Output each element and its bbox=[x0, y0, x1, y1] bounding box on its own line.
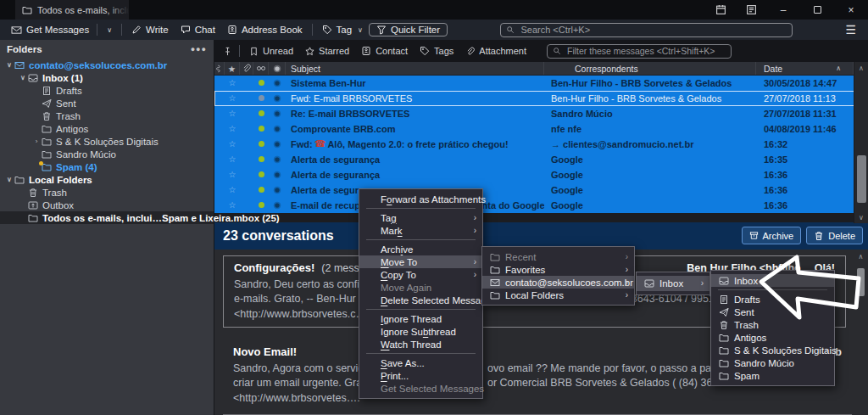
folder-item-drafts[interactable]: Drafts bbox=[0, 84, 214, 97]
scroll-up-icon[interactable]: ∧ bbox=[854, 64, 868, 72]
star-column-header[interactable]: ★ bbox=[225, 62, 240, 75]
thread-column-header[interactable] bbox=[214, 62, 225, 75]
menu-item-local-folders[interactable]: Local Folders› bbox=[482, 289, 634, 301]
mail-tab[interactable]: Todos os e-mails, incluindo Spa bbox=[15, 0, 129, 20]
filter-tags-button[interactable]: Tags bbox=[414, 44, 459, 58]
folder-item-trash[interactable]: Trash bbox=[0, 186, 214, 199]
read-ball-icon[interactable] bbox=[269, 167, 286, 182]
unread-dot[interactable] bbox=[253, 137, 269, 152]
menu-item-delete-selected-messages[interactable]: Delete Selected Messages bbox=[359, 294, 482, 306]
filter-contact-button[interactable]: Contact bbox=[355, 44, 414, 58]
chevron-down-icon[interactable]: ∨ bbox=[107, 26, 112, 34]
message-row[interactable]: ☆Sistema Ben-HurBen-Hur Filho - BRB Sorv… bbox=[214, 76, 868, 91]
read-ball-icon[interactable] bbox=[269, 152, 286, 167]
read-ball-icon[interactable] bbox=[269, 137, 286, 152]
menu-item-tag[interactable]: Tag› bbox=[359, 211, 482, 224]
unread-dot[interactable] bbox=[253, 182, 269, 198]
twisty-expanded-icon[interactable]: ∨ bbox=[5, 61, 14, 69]
scrollbar-thumb[interactable] bbox=[857, 155, 866, 203]
filter-messages-input[interactable] bbox=[565, 45, 726, 57]
menu-item-contato-seksolucoes-com-br[interactable]: contato@seksolucoes.com.br› bbox=[482, 276, 634, 289]
star-icon[interactable]: ☆ bbox=[225, 137, 240, 152]
global-search[interactable] bbox=[500, 23, 793, 37]
chevron-down-icon[interactable]: ∨ bbox=[358, 26, 363, 34]
menu-item-move-to[interactable]: Move To› bbox=[359, 255, 482, 268]
unread-dot[interactable] bbox=[253, 106, 269, 121]
unread-dot[interactable] bbox=[253, 152, 269, 167]
menu-item-archive[interactable]: Archive bbox=[359, 243, 482, 255]
read-ball-icon[interactable] bbox=[269, 121, 286, 137]
filter-messages-box[interactable] bbox=[547, 44, 732, 59]
read-ball-icon[interactable] bbox=[269, 182, 286, 198]
tag-button[interactable]: Tag ∨ bbox=[316, 23, 369, 36]
star-icon[interactable]: ☆ bbox=[225, 167, 240, 182]
filter-attachment-button[interactable]: Attachment bbox=[459, 44, 532, 58]
star-icon[interactable]: ☆ bbox=[225, 198, 240, 213]
write-button[interactable]: Write bbox=[125, 23, 175, 36]
unread-dot[interactable] bbox=[253, 167, 269, 182]
star-icon[interactable]: ☆ bbox=[225, 106, 240, 121]
menu-item-print-[interactable]: Print... bbox=[359, 369, 482, 382]
read-ball-icon[interactable] bbox=[269, 106, 286, 121]
menu-item-favorites[interactable]: Favorites› bbox=[482, 263, 634, 276]
calendar-icon[interactable] bbox=[705, 0, 736, 20]
unread-dot[interactable] bbox=[253, 76, 269, 91]
correspondents-column-header[interactable]: Correspondents bbox=[544, 62, 756, 75]
read-ball-icon[interactable] bbox=[269, 91, 286, 106]
menu-item-copy-to[interactable]: Copy To› bbox=[359, 268, 482, 281]
date-column-header[interactable]: Date∧ bbox=[756, 62, 854, 75]
close-button[interactable]: × bbox=[834, 0, 868, 20]
message-row[interactable]: ☆Fwd: E-mail BRBSORVETESBen-Hur Filho - … bbox=[214, 91, 868, 106]
attachment-column-header[interactable] bbox=[240, 62, 253, 75]
star-icon[interactable]: ☆ bbox=[225, 121, 240, 137]
star-icon[interactable]: ☆ bbox=[225, 182, 240, 198]
folder-item-trash[interactable]: Trash bbox=[0, 109, 214, 122]
junk-column-header[interactable] bbox=[253, 62, 269, 75]
folder-item-sent[interactable]: Sent bbox=[0, 97, 214, 109]
menu-item-spam[interactable]: Spam bbox=[711, 369, 834, 382]
message-row[interactable]: ☆Comprovante BRB.comnfe nfe04/08/2019 11… bbox=[214, 121, 868, 137]
subject-column-header[interactable]: Subject bbox=[286, 62, 544, 75]
menu-item-ignore-subthread[interactable]: Ignore Subthread bbox=[359, 325, 482, 338]
scroll-down-icon[interactable]: ∨ bbox=[854, 214, 868, 222]
minimize-button[interactable]: – bbox=[766, 0, 800, 20]
unread-dot[interactable] bbox=[253, 198, 269, 213]
folder-item-sandro-m-cio[interactable]: Sandro Múcio bbox=[0, 148, 214, 160]
read-ball-icon[interactable] bbox=[269, 76, 286, 91]
menu-item-sandro-m-cio[interactable]: Sandro Múcio bbox=[711, 356, 834, 369]
twisty-collapsed-icon[interactable]: › bbox=[32, 137, 41, 145]
menu-item-ignore-thread[interactable]: Ignore Thread bbox=[359, 312, 482, 325]
message-row[interactable]: ☆Fwd: ☎Alô, Magento 2.0: o frete prático… bbox=[214, 137, 868, 152]
folder-item-s-k-solu-es-digitais[interactable]: ›S & K Soluções Digitais bbox=[0, 135, 214, 148]
folder-pane-options-icon[interactable]: ●●● bbox=[191, 45, 207, 53]
list-scrollbar[interactable]: ∧ ∨ bbox=[854, 62, 868, 223]
star-icon[interactable]: ☆ bbox=[225, 76, 240, 91]
menu-item-inbox[interactable]: Inbox› bbox=[637, 276, 709, 291]
message-row[interactable]: ☆Alerta de segurançaGoogle16:35 bbox=[214, 152, 868, 167]
menu-item-mark[interactable]: Mark› bbox=[359, 224, 482, 237]
folder-item-antigos[interactable]: Antigos bbox=[0, 122, 214, 135]
twisty-expanded-icon[interactable]: ∨ bbox=[5, 176, 14, 183]
maximize-button[interactable] bbox=[800, 0, 834, 20]
read-column-header[interactable] bbox=[269, 62, 286, 75]
unread-dot[interactable] bbox=[253, 91, 269, 106]
message-row[interactable]: ☆Re: E-mail BRBSORVETESSandro Múcio27/07… bbox=[214, 106, 868, 121]
folder-item-contato-seksolucoes-com-br[interactable]: ∨contato@seksolucoes.com.br bbox=[0, 59, 214, 71]
message-row[interactable]: ☆E-mail de recuperação adicionado à sua … bbox=[214, 198, 868, 213]
message-row[interactable]: ☆Alerta de segurançaGoogle16:36 bbox=[214, 182, 868, 198]
search-input[interactable] bbox=[519, 24, 787, 36]
quick-filter-button[interactable]: Quick Filter bbox=[369, 23, 448, 36]
read-ball-icon[interactable] bbox=[269, 198, 286, 213]
star-icon[interactable]: ☆ bbox=[225, 152, 240, 167]
tasks-icon[interactable] bbox=[736, 0, 766, 20]
menu-item-save-as-[interactable]: Save As... bbox=[359, 356, 482, 369]
star-icon[interactable]: ☆ bbox=[225, 91, 240, 106]
menu-item-forward-as-attachments[interactable]: Forward as Attachments bbox=[359, 193, 482, 205]
chat-button[interactable]: Chat bbox=[175, 23, 221, 36]
filter-unread-button[interactable]: Unread bbox=[243, 44, 299, 58]
menu-item-watch-thread[interactable]: Watch Thread bbox=[359, 338, 482, 351]
address-book-button[interactable]: Address Book bbox=[221, 23, 309, 36]
folder-item-inbox[interactable]: ∨Inbox (1) bbox=[0, 71, 214, 84]
folder-item-todos-os-e-mails-inclui-spam[interactable]: Todos os e-mails, inclui…Spam e Lixeira.… bbox=[0, 211, 214, 224]
message-row[interactable]: ☆Alerta de segurançaGoogle16:36 bbox=[214, 167, 868, 182]
